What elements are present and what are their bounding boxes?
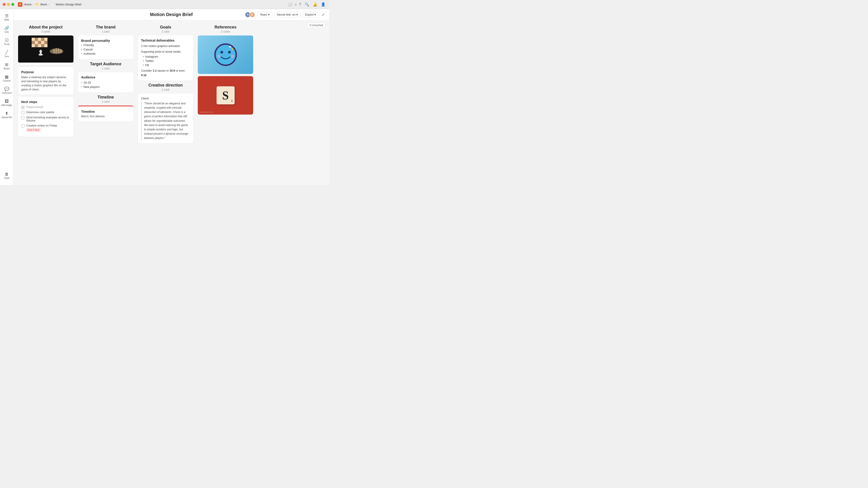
sidebar-item-line[interactable]: ╱ Line bbox=[1, 48, 12, 60]
breadcrumb-home[interactable]: Home bbox=[24, 3, 32, 6]
social-dot-2: • bbox=[143, 59, 144, 63]
scrabble-score: 1 bbox=[231, 99, 233, 103]
device-icon-button[interactable]: ⬜ bbox=[287, 1, 293, 7]
svg-rect-15 bbox=[44, 44, 48, 47]
avatars: A B bbox=[245, 12, 255, 18]
sidebar-label-link: Link bbox=[4, 31, 8, 33]
link-icon: 🔗 bbox=[4, 26, 9, 30]
chess-image-card[interactable] bbox=[18, 35, 73, 65]
column-goals-title: Goals bbox=[138, 25, 193, 30]
task-checkbox-0[interactable] bbox=[21, 106, 24, 109]
sidebar-label-comment: Comment bbox=[2, 92, 11, 94]
chevron-down-icon-3: ▾ bbox=[314, 13, 316, 16]
svg-rect-6 bbox=[32, 41, 35, 44]
sidebar-item-upload-file[interactable]: ⬆ Upload file bbox=[1, 109, 12, 121]
avatar-2: B bbox=[249, 12, 255, 18]
sidebar-item-todo[interactable]: ☑ To-do bbox=[1, 36, 12, 47]
sidebar-item-link[interactable]: 🔗 Link bbox=[1, 24, 12, 35]
due-badge: Due 8 Nov bbox=[26, 128, 41, 132]
minimize-button[interactable] bbox=[7, 3, 10, 6]
svg-rect-13 bbox=[38, 44, 41, 47]
column-goals: Goals 1 card Technical deliverables 2 mi… bbox=[138, 25, 193, 146]
task-item-2: Send furnishing examples across to Simon… bbox=[21, 116, 70, 122]
task-label-1: Determine color palette bbox=[26, 111, 54, 114]
creative-direction-card[interactable]: Client: "There should be an elegance and… bbox=[138, 94, 193, 144]
chevron-down-icon-2: ▾ bbox=[296, 13, 298, 16]
audience-bullet-2: • New players bbox=[81, 85, 130, 89]
bullet-authentic: • Authentic bbox=[81, 52, 130, 55]
sidebar-item-add-image[interactable]: 🖼 Add image bbox=[1, 97, 12, 108]
svg-rect-17 bbox=[53, 48, 55, 53]
svg-rect-3 bbox=[38, 38, 41, 41]
sidebar-label-column: Column bbox=[3, 79, 10, 82]
scrabble-watermark: SCRABBLE DAY bbox=[199, 111, 213, 113]
sidebar-item-board[interactable]: ⊞ Board bbox=[1, 61, 12, 72]
social-label-3: FB bbox=[145, 64, 149, 67]
export-button[interactable]: Export ▾ bbox=[303, 12, 318, 18]
svg-rect-11 bbox=[32, 44, 35, 47]
search-button[interactable]: 🔍 bbox=[304, 1, 310, 7]
next-steps-title: Next steps bbox=[21, 100, 70, 104]
column-brand-header: The brand 1 card bbox=[78, 25, 133, 33]
task-label-2: Send furnishing examples across to Simon… bbox=[26, 116, 70, 122]
task-checkbox-1[interactable] bbox=[21, 111, 24, 114]
chess-svg bbox=[18, 35, 73, 63]
sidebar-label-board: Board bbox=[4, 67, 10, 70]
next-steps-card[interactable]: Next steps Project kickoff Determine col… bbox=[18, 97, 73, 137]
chevron-down-icon: ▾ bbox=[268, 13, 270, 16]
maximize-button[interactable] bbox=[11, 3, 14, 6]
column-brand-title: The brand bbox=[78, 25, 133, 30]
profile-button[interactable]: 👤 bbox=[320, 1, 327, 7]
content-area: Motion Design Brief A B Team ▾ Secret li… bbox=[13, 9, 329, 185]
svg-point-32 bbox=[232, 48, 233, 50]
breadcrumb-work-icon: 📁 bbox=[35, 3, 39, 6]
audience-card[interactable]: Audience • 18-25 • New players bbox=[78, 72, 133, 93]
column-timeline-count: 1 card bbox=[78, 100, 133, 103]
sidebar-item-comment[interactable]: 💬 Comment bbox=[1, 85, 12, 96]
close-button[interactable] bbox=[3, 3, 6, 6]
social-item-1: • Instagram bbox=[143, 55, 190, 58]
breadcrumb-doc[interactable]: Motion Design Brief bbox=[56, 3, 81, 6]
svg-rect-18 bbox=[55, 48, 57, 53]
timeline-card[interactable]: Timeline March 31st delivery bbox=[78, 105, 133, 122]
task-label-3: Creative review on Friday bbox=[26, 124, 57, 127]
svg-rect-7 bbox=[35, 41, 38, 44]
page-title: Motion Design Brief bbox=[150, 12, 193, 17]
social-label-2: Twitter bbox=[145, 59, 154, 63]
social-label: Supporting posts to social media: bbox=[141, 50, 190, 54]
upload-file-icon: ⬆ bbox=[5, 111, 8, 116]
notifications-button[interactable]: 🔔 bbox=[312, 1, 318, 7]
breadcrumb-work[interactable]: Work bbox=[40, 3, 47, 6]
column-icon: ▦ bbox=[5, 75, 8, 79]
page-header: Motion Design Brief A B Team ▾ Secret li… bbox=[13, 9, 329, 20]
smiley-card[interactable] bbox=[198, 35, 253, 74]
bullet-casual: • Casual bbox=[81, 48, 130, 51]
sidebar-item-trash[interactable]: 🗑 Trash bbox=[1, 170, 12, 182]
note-icon: ☰ bbox=[5, 14, 8, 18]
sidebar-label-upload-file: Upload file bbox=[1, 116, 12, 119]
fullscreen-button[interactable]: ⤢ bbox=[321, 11, 326, 18]
scrabble-card[interactable]: S 1 SCRABBLE DAY bbox=[198, 76, 253, 115]
bullet-dot-3: • bbox=[81, 52, 82, 55]
column-creative-count: 1 card bbox=[138, 88, 193, 91]
social-dot-3: • bbox=[143, 64, 144, 67]
social-label-1: Instagram bbox=[145, 55, 158, 58]
tech-title: Technical deliverables bbox=[141, 39, 190, 42]
purpose-card[interactable]: Purpose Make a relatively dry subject dy… bbox=[18, 67, 73, 95]
brand-personality-card[interactable]: Brand personality • Friendly • Casual bbox=[78, 35, 133, 59]
help-button[interactable]: ? bbox=[298, 2, 302, 7]
column-about: About the project 3 cards bbox=[18, 25, 73, 139]
quote-block: "There should be an elegance and simplic… bbox=[141, 101, 190, 140]
svg-rect-9 bbox=[41, 41, 44, 44]
secret-link-button[interactable]: Secret link: on ▾ bbox=[274, 12, 301, 18]
sidebar-item-note[interactable]: ☰ Note bbox=[1, 12, 12, 23]
sidebar-item-column[interactable]: ▦ Column bbox=[1, 73, 12, 84]
task-checkbox-2[interactable] bbox=[21, 116, 24, 119]
social-dot-1: • bbox=[143, 55, 144, 58]
purpose-text: Make a relatively dry subject dynamic an… bbox=[21, 75, 70, 92]
tech-deliverables-card[interactable]: Technical deliverables 2 min motion grap… bbox=[138, 35, 193, 80]
team-button[interactable]: Team ▾ bbox=[257, 12, 272, 18]
scrabble-image: S 1 SCRABBLE DAY bbox=[198, 76, 253, 115]
task-checkbox-3[interactable] bbox=[21, 124, 24, 127]
column-audience-title: Target Audience bbox=[78, 62, 133, 66]
